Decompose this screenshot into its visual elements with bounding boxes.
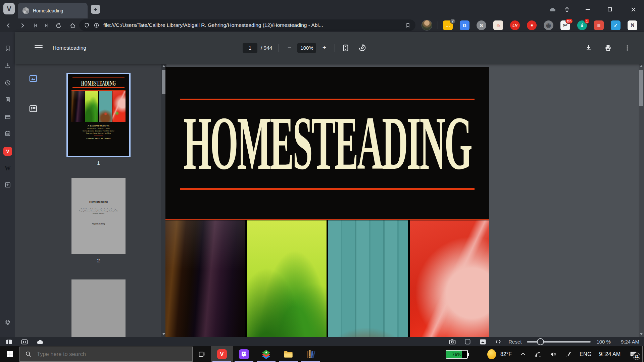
cat-extension-icon[interactable]: ☺ — [493, 20, 503, 30]
settings-gear-icon[interactable] — [4, 318, 12, 326]
start-button[interactable] — [0, 346, 19, 362]
bookmarks-panel-icon[interactable] — [4, 44, 12, 52]
address-bar[interactable]: file:///C:/Users/Tate/Calibre Library/Ab… — [79, 19, 415, 31]
browser-tab[interactable]: Homesteading — [18, 3, 88, 18]
ln-extension-icon[interactable]: LN — [510, 20, 520, 30]
more-options-kebab-icon[interactable] — [624, 45, 631, 51]
pdf-document-title: Homesteading — [53, 32, 86, 64]
tasks-extension-icon[interactable]: ✓ — [611, 20, 621, 30]
stop-hand-extension-icon[interactable]: ■ — [527, 20, 537, 30]
page-2-thumbnail[interactable]: Homesteading Back to Basics Guide to Gro… — [71, 178, 126, 254]
rewind-button[interactable] — [32, 22, 39, 29]
task-view-button[interactable] — [193, 346, 211, 362]
document-scrollbar[interactable] — [639, 64, 644, 337]
taskbar-app-vivaldi[interactable]: V — [211, 346, 233, 362]
todoist-extension-icon[interactable]: ≡ — [594, 20, 604, 30]
wikipedia-panel-icon[interactable]: W — [4, 164, 12, 172]
code-icon[interactable] — [495, 338, 502, 345]
sync-cloud-icon[interactable] — [36, 339, 44, 345]
page-1-thumbnail[interactable]: HOMESTEADING A Backyard Guide to: Growin… — [66, 73, 131, 157]
sync-cloud-icon[interactable] — [548, 6, 557, 13]
search-input[interactable] — [37, 351, 171, 357]
avast-extension-icon[interactable]: á 1 — [577, 20, 587, 30]
tiling-icon[interactable] — [21, 338, 28, 346]
notes-extension-icon[interactable]: … 7 — [443, 20, 453, 30]
panel-toggle-icon[interactable] — [5, 338, 13, 346]
print-button[interactable] — [604, 44, 612, 52]
cover-ornament — [94, 136, 103, 136]
rotate-button[interactable] — [358, 44, 366, 52]
bookmark-flag-icon[interactable] — [405, 22, 411, 28]
extension-glyph: … — [446, 23, 450, 28]
clipper-extension-icon[interactable]: ✂ On — [560, 20, 570, 30]
taskbar-search[interactable] — [19, 347, 193, 362]
scroll-down-arrow[interactable] — [162, 333, 165, 335]
minimize-button[interactable] — [583, 6, 592, 13]
page2-title: Homesteading — [71, 200, 126, 203]
surfshark-extension-icon[interactable]: S — [477, 20, 486, 30]
calendar-panel-icon[interactable] — [4, 130, 12, 138]
notion-extension-icon[interactable]: N — [628, 20, 637, 30]
temperature[interactable]: 82°F — [500, 351, 512, 357]
pen-ink-icon[interactable] — [565, 351, 572, 357]
taskbar-app-file-explorer[interactable] — [277, 346, 299, 362]
zoom-slider[interactable] — [527, 341, 591, 343]
cover-guide-line: Growing Your Own Food · Canning — [68, 127, 129, 130]
vivaldi-menu-button[interactable]: V — [3, 3, 15, 14]
zoom-out-button[interactable]: − — [285, 44, 293, 52]
profile-avatar[interactable] — [422, 20, 432, 31]
site-info-icon[interactable] — [94, 22, 99, 28]
fit-page-button[interactable] — [341, 44, 350, 52]
weather-sun-icon[interactable] — [487, 349, 496, 359]
menu-hamburger-icon[interactable] — [35, 44, 43, 51]
capture-camera-icon[interactable] — [449, 338, 456, 346]
taskbar-app-calibre[interactable] — [299, 346, 321, 362]
taskbar-app-twitch[interactable] — [233, 346, 255, 362]
battery-indicator[interactable]: 76% — [446, 350, 468, 359]
thumbnails-view-toggle[interactable] — [29, 74, 38, 83]
vivaldi-feeds-panel-icon[interactable]: V — [3, 147, 12, 156]
zoom-reset-button[interactable]: Reset — [508, 339, 522, 345]
taskbar-app-bluestacks[interactable] — [255, 346, 277, 362]
back-button[interactable] — [5, 22, 12, 29]
images-toggle-icon[interactable] — [479, 338, 487, 346]
extension-glyph: ◉ — [546, 22, 551, 28]
zoom-in-button[interactable]: + — [320, 44, 328, 52]
scrollbar-thumb[interactable] — [639, 70, 643, 106]
divider — [279, 44, 279, 52]
trash-icon[interactable] — [562, 6, 571, 13]
fast-forward-button[interactable] — [43, 22, 50, 29]
page-3-thumbnail[interactable] — [71, 279, 126, 337]
maximize-button[interactable] — [605, 6, 614, 13]
page-number-input[interactable] — [243, 43, 257, 53]
page-actions-icon[interactable] — [464, 338, 471, 345]
show-desktop-button[interactable] — [642, 346, 644, 362]
notes-panel-icon[interactable] — [4, 96, 12, 104]
add-web-panel-icon[interactable] — [4, 181, 12, 189]
volume-muted-icon[interactable] — [550, 351, 557, 358]
film-reel-extension-icon[interactable]: ◉ — [544, 20, 553, 30]
history-panel-icon[interactable] — [4, 79, 12, 87]
download-button[interactable] — [585, 44, 592, 52]
outline-view-toggle[interactable] — [29, 104, 38, 113]
taskbar-clock[interactable]: 9□24 AM — [599, 351, 621, 357]
reading-list-panel-icon[interactable] — [4, 113, 12, 121]
scroll-down-arrow[interactable] — [640, 333, 643, 335]
tray-expand-chevron-icon[interactable] — [520, 351, 526, 357]
downloads-panel-icon[interactable] — [4, 62, 12, 70]
zoom-slider-knob[interactable] — [537, 338, 544, 345]
forward-button[interactable] — [19, 22, 26, 29]
photo-canning-jars — [165, 220, 245, 337]
network-signal-icon[interactable] — [534, 351, 542, 358]
action-center-icon[interactable]: 21 — [629, 351, 637, 358]
translate-extension-icon[interactable]: G — [460, 20, 469, 30]
shield-icon[interactable] — [84, 22, 90, 28]
scroll-up-arrow[interactable] — [162, 65, 165, 67]
reload-button[interactable] — [55, 22, 62, 29]
close-button[interactable] — [629, 6, 638, 13]
battery-nub — [468, 353, 469, 356]
scroll-up-arrow[interactable] — [640, 65, 643, 67]
home-button[interactable] — [69, 22, 76, 29]
language-indicator[interactable]: ENG — [580, 351, 592, 357]
new-tab-button[interactable]: + — [91, 5, 100, 14]
